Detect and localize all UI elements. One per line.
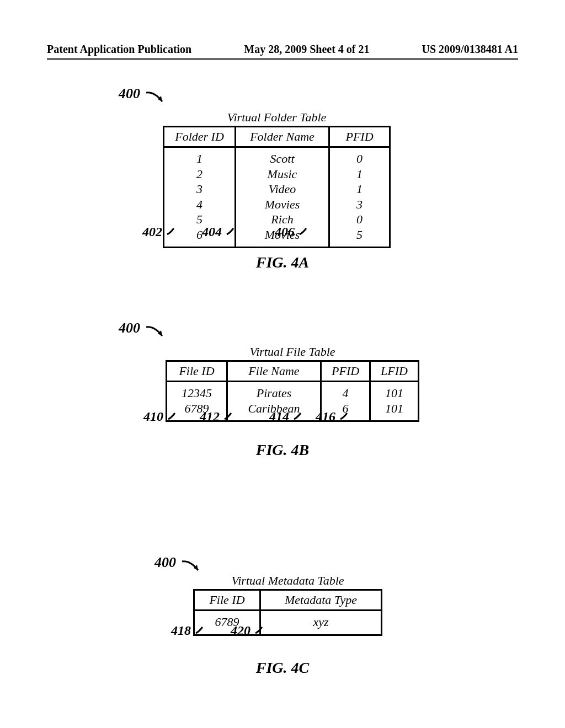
ref-402: 402 [142,224,162,239]
ref-412: 412 [200,409,220,424]
table-title: Virtual File Table [166,345,419,359]
ref-406: 406 [275,224,295,239]
ref-418: 418 [171,623,191,638]
cell: 101 [381,386,408,401]
cell: Pirates [238,386,310,401]
ref-400-label: 400 [119,320,140,336]
table-header-row: Folder ID Folder Name PFID [164,127,390,147]
lead-line-arrow-icon [180,558,202,575]
cell: 2 [174,167,225,182]
col-pfid: PFID [321,361,370,382]
tick-icon [340,412,349,420]
tick-icon [294,412,302,420]
col-file-id: File ID [194,590,260,611]
header-right: US 2009/0138481 A1 [422,43,518,56]
cell: 1 [174,151,225,167]
cell: Video [246,181,318,197]
header-middle: May 28, 2009 Sheet 4 of 21 [244,43,369,56]
tick-icon [195,626,204,634]
col-folder-id: Folder ID [164,127,236,147]
column-ref-callouts: 410 412 414 416 [143,408,419,424]
col-file-id: File ID [167,361,227,382]
tick-icon [224,412,233,420]
col-lfid: LFID [370,361,419,382]
table-title: Virtual Folder Table [163,110,391,125]
tick-icon [226,227,235,235]
ref-410: 410 [143,409,163,424]
cell: 4 [332,386,359,401]
ref-400-label: 400 [154,554,176,571]
col-file-name: File Name [227,361,321,382]
patent-page-header: Patent Application Publication May 28, 2… [47,43,518,56]
table-title: Virtual Metadata Table [193,574,382,588]
cell: Movies [246,197,318,212]
header-left: Patent Application Publication [47,43,191,56]
ref-416: 416 [316,409,335,424]
cell: 3 [174,181,225,197]
lead-line-arrow-icon [145,324,167,340]
figure-caption: FIG. 4C [0,659,565,677]
ref-404: 404 [202,224,222,239]
lead-line-arrow-icon [145,89,167,106]
table-header-row: File ID File Name PFID LFID [167,361,419,382]
cell: 4 [174,197,225,212]
tick-icon [167,227,175,235]
tick-icon [299,227,308,235]
cell: 12345 [177,386,216,401]
column-ref-callouts: 402 404 406 [142,223,418,239]
figure-caption: FIG. 4B [0,441,565,459]
header-rule [47,58,518,60]
cell: Music [246,167,318,182]
ref-400-label: 400 [119,85,140,102]
col-pfid: PFID [329,127,390,147]
table-header-row: File ID Metadata Type [194,590,382,611]
column-ref-callouts: 418 420 [171,622,447,638]
tick-icon [168,412,177,420]
col-metadata-type: Metadata Type [260,590,382,611]
cell: 1 [340,167,379,182]
cell: 1 [340,181,379,197]
cell: 3 [340,197,379,212]
figure-caption: FIG. 4A [0,254,565,271]
tick-icon [255,626,264,634]
cell: 0 [340,151,379,167]
col-folder-name: Folder Name [236,127,329,147]
ref-420: 420 [231,623,250,638]
cell: Scott [246,151,318,167]
ref-414: 414 [269,409,289,424]
